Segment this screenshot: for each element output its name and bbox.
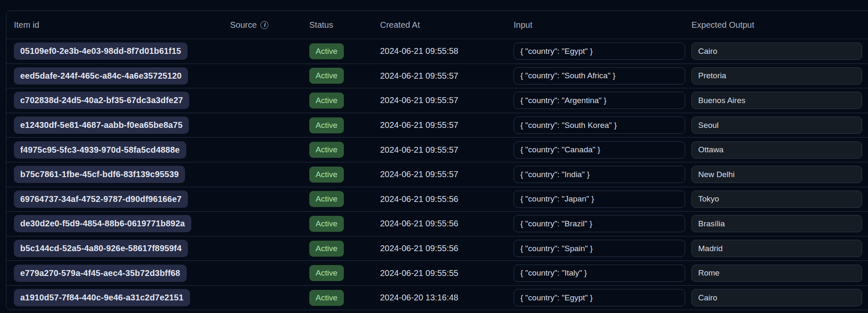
status-badge: Active [309,167,344,183]
status-badge: Active [309,265,344,281]
created-at-value: 2024-06-21 09:55:56 [380,244,514,253]
item-id-pill[interactable]: c702838d-24d5-40a2-bf35-67dc3a3dfe27 [14,92,189,109]
column-header-created-at: Created At [380,20,514,30]
created-at-value: 2024-06-20 13:16:48 [380,293,514,302]
table-row: b75c7861-1fbe-45cf-bdf6-83f139c95539 Act… [6,162,868,187]
expected-output-box[interactable]: Tokyo [691,191,862,208]
item-id-pill[interactable]: b5c144cd-52a5-4a80-926e-58617f8959f4 [14,240,188,257]
dataset-items-table: Item id Sourcei Status Created At Input … [6,11,868,310]
expected-output-box[interactable]: Rome [691,265,862,282]
table-row: f4975c95-5fc3-4939-970d-58fa5cd4888e Act… [6,137,868,162]
created-at-value: 2024-06-21 09:55:55 [380,268,514,278]
item-id-pill[interactable]: 05109ef0-2e3b-4e03-98dd-8f7d01b61f15 [14,42,188,60]
input-json-box[interactable]: { "country": "Italy" } [514,265,685,282]
input-json-box[interactable]: { "country": "Japan" } [514,191,685,208]
column-header-source: Sourcei [230,20,309,30]
input-json-box[interactable]: { "country": "Spain" } [514,240,685,257]
expected-output-box[interactable]: New Delhi [691,166,862,183]
input-json-box[interactable]: { "country": "Canada" } [514,141,685,159]
table-row: a1910d57-7f84-440c-9e46-a31c2d7e2151 Act… [6,285,868,310]
created-at-value: 2024-06-21 09:55:58 [380,46,514,56]
item-id-pill[interactable]: de30d2e0-f5d9-4854-88b6-0619771b892a [14,215,191,232]
input-json-box[interactable]: { "country": "South Korea" } [514,117,685,134]
status-badge: Active [309,93,344,109]
column-header-status: Status [309,20,380,30]
column-header-expected-output: Expected Output [691,20,868,30]
table-row: e12430df-5e81-4687-aabb-f0ea65be8a75 Act… [6,113,868,138]
expected-output-box[interactable]: Ottawa [691,141,862,159]
info-icon[interactable]: i [260,21,268,29]
expected-output-box[interactable]: Pretoria [691,67,862,85]
item-id-pill[interactable]: a1910d57-7f84-440c-9e46-a31c2d7e2151 [14,289,190,306]
item-id-pill[interactable]: f4975c95-5fc3-4939-970d-58fa5cd4888e [14,141,186,159]
created-at-value: 2024-06-21 09:55:57 [380,95,514,105]
expected-output-box[interactable]: Cairo [691,42,862,60]
table-row: de30d2e0-f5d9-4854-88b6-0619771b892a Act… [6,211,868,236]
table-header-row: Item id Sourcei Status Created At Input … [6,11,868,39]
expected-output-box[interactable]: Brasília [691,215,862,232]
table-row: eed5dafe-244f-465c-a84c-4a6e35725120 Act… [6,64,868,88]
table-row: 69764737-34af-4752-9787-d90df96166e7 Act… [6,187,868,212]
item-id-pill[interactable]: eed5dafe-244f-465c-a84c-4a6e35725120 [14,67,188,85]
expected-output-box[interactable]: Seoul [691,117,862,134]
status-badge: Active [309,290,344,306]
status-badge: Active [309,241,344,257]
status-badge: Active [309,191,344,207]
input-json-box[interactable]: { "country": "Argentina" } [514,92,685,109]
expected-output-box[interactable]: Cairo [691,289,862,306]
status-badge: Active [309,117,344,133]
created-at-value: 2024-06-21 09:55:57 [380,71,514,81]
item-id-pill[interactable]: e12430df-5e81-4687-aabb-f0ea65be8a75 [14,117,189,134]
table-row: e779a270-579a-4f45-aec4-35b72d3bff68 Act… [6,260,868,285]
table-row: b5c144cd-52a5-4a80-926e-58617f8959f4 Act… [6,236,868,261]
item-id-pill[interactable]: 69764737-34af-4752-9787-d90df96166e7 [14,191,188,208]
input-json-box[interactable]: { "country": "South Africa" } [514,67,685,85]
item-id-pill[interactable]: e779a270-579a-4f45-aec4-35b72d3bff68 [14,265,187,282]
table-row: c702838d-24d5-40a2-bf35-67dc3a3dfe27 Act… [6,88,868,113]
expected-output-box[interactable]: Madrid [691,240,862,257]
column-header-input: Input [514,20,691,30]
input-json-box[interactable]: { "country": "Brazil" } [514,215,685,232]
created-at-value: 2024-06-21 09:55:57 [380,145,514,155]
input-json-box[interactable]: { "country": "Egypt" } [514,42,685,60]
created-at-value: 2024-06-21 09:55:57 [380,170,514,179]
input-json-box[interactable]: { "country": "Egypt" } [514,289,685,306]
table-row: 05109ef0-2e3b-4e03-98dd-8f7d01b61f15 Act… [6,39,868,64]
created-at-value: 2024-06-21 09:55:56 [380,194,514,204]
created-at-value: 2024-06-21 09:55:56 [380,219,514,228]
input-json-box[interactable]: { "country": "India" } [514,166,685,183]
status-badge: Active [309,68,344,84]
column-header-item-id: Item id [14,20,230,30]
status-badge: Active [309,216,344,232]
status-badge: Active [309,43,344,59]
item-id-pill[interactable]: b75c7861-1fbe-45cf-bdf6-83f139c95539 [14,166,185,183]
created-at-value: 2024-06-21 09:55:57 [380,120,514,130]
status-badge: Active [309,142,344,158]
expected-output-box[interactable]: Buenos Aires [691,92,862,109]
